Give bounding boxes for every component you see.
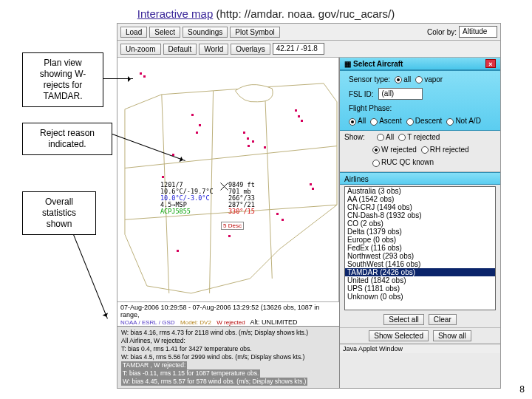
- fsl-id-field[interactable]: (all): [378, 88, 423, 100]
- select-all-button[interactable]: Select all: [383, 314, 424, 325]
- java-footer: Java Applet Window: [340, 344, 500, 353]
- window-icon: ▦: [344, 60, 351, 68]
- airlines-listbox[interactable]: Australia (3 obs)AA (1542 obs)CN-CRJ (14…: [344, 186, 496, 310]
- slide-title: Interactive map (http: //amdar. noaa. go…: [0, 0, 532, 23]
- map-outline: [117, 58, 338, 301]
- radio-fp-all[interactable]: [349, 118, 356, 126]
- map-canvas[interactable]: 1201/7 10.6°C/-19.7°C 10.0°C/-3.0°C 4.5→…: [117, 58, 339, 301]
- list-item[interactable]: United (1842 obs): [345, 276, 495, 284]
- title-link[interactable]: Interactive map: [137, 7, 214, 20]
- list-item[interactable]: AA (1542 obs): [345, 195, 495, 203]
- list-item[interactable]: Europe (0 obs): [345, 236, 495, 244]
- title-url: (http: //amdar. noaa. gov/ruc_acars/): [213, 7, 395, 20]
- panel-title-text: Select Aircraft: [353, 60, 403, 68]
- flight-phase-label: Flight Phase:: [349, 104, 491, 112]
- coords-field[interactable]: 42.21 / -91.8: [273, 43, 324, 55]
- panel-titlebar: ▦ Select Aircraft ×: [340, 58, 500, 70]
- radio-sensor-vapor[interactable]: [415, 76, 423, 83]
- show-all-button[interactable]: Show all: [433, 330, 471, 341]
- arrow-icon: [69, 222, 108, 318]
- annotation-reject-reason: Reject reasonindicated.: [22, 123, 112, 155]
- list-item[interactable]: Delta (1379 obs): [345, 228, 495, 236]
- reject-popup: 5 Desc: [221, 222, 244, 230]
- time-range: 07-Aug-2006 10:29:58 - 07-Aug-2006 13:29…: [120, 304, 336, 318]
- toolbar-second: Un-zoom Default World Overlays 42.21 / -…: [117, 41, 500, 58]
- list-item[interactable]: CO (2 obs): [345, 219, 495, 228]
- list-item[interactable]: Unknown (0 obs): [345, 293, 495, 301]
- provider-link[interactable]: NOAA / ESRL / GSD: [120, 319, 175, 326]
- unzoom-button[interactable]: Un-zoom: [120, 44, 161, 55]
- time-bar: 07-Aug-2006 10:29:58 - 07-Aug-2006 13:29…: [117, 301, 339, 326]
- airlines-label: Airlines: [344, 175, 369, 183]
- select-button[interactable]: Select: [149, 27, 180, 38]
- applet-window: Load Select Soundings Plot Symbol Color …: [117, 23, 501, 389]
- clear-button[interactable]: Clear: [429, 314, 457, 325]
- colorby-select[interactable]: Altitude: [459, 26, 497, 38]
- obs-readout: 1201/7 10.6°C/-19.7°C 10.0°C/-3.0°C 4.5→…: [160, 182, 214, 215]
- obs-readout-right: 9849 ft 701 mb 266°/33 287°/21 330°/15: [228, 182, 255, 215]
- list-item[interactable]: CN-CRJ (1494 obs): [345, 203, 495, 211]
- radio-fp-notad[interactable]: [446, 118, 454, 126]
- radio-sensor-all[interactable]: [395, 76, 402, 83]
- plot-symbol-button[interactable]: Plot Symbol: [230, 27, 279, 38]
- list-item[interactable]: CN-Dash-8 (1932 obs): [345, 211, 495, 219]
- list-item[interactable]: UPS (1181 obs): [345, 284, 495, 293]
- show-label: Show:: [344, 133, 372, 141]
- show-selected-button[interactable]: Show Selected: [369, 330, 429, 341]
- radio-show-wrej[interactable]: [372, 146, 380, 154]
- radio-show-trej[interactable]: [398, 134, 406, 141]
- list-item[interactable]: SouthWest (1416 obs): [345, 260, 495, 268]
- list-item[interactable]: Northwest (293 obs): [345, 252, 495, 260]
- radio-show-all[interactable]: [377, 134, 384, 141]
- toolbar-top: Load Select Soundings Plot Symbol Color …: [117, 24, 500, 41]
- annotation-plan-view: Plan viewshowing W-rejects forTAMDAR.: [22, 52, 103, 107]
- radio-show-rhrej[interactable]: [421, 146, 429, 154]
- select-aircraft-panel: ▦ Select Aircraft × Sensor type: all vap…: [339, 58, 500, 388]
- page-number: 8: [519, 384, 525, 395]
- model-label: Model: DV2: [180, 319, 211, 326]
- stats-panel: W: bias 4.16, rms 4.73 for 2118 wind obs…: [117, 326, 339, 388]
- fsl-id-label: FSL ID:: [349, 90, 374, 98]
- soundings-button[interactable]: Soundings: [183, 27, 228, 38]
- radio-fp-ascent[interactable]: [370, 118, 378, 126]
- close-icon[interactable]: ×: [485, 59, 496, 68]
- list-item[interactable]: Australia (3 obs): [345, 187, 495, 195]
- annotation-statistics: Overallstatisticsshown: [22, 191, 96, 235]
- radio-show-ruc[interactable]: [372, 160, 380, 167]
- colorby-label: Color by:: [427, 28, 457, 36]
- list-item[interactable]: FedEx (116 obs): [345, 244, 495, 252]
- sensor-type-label: Sensor type:: [349, 75, 390, 83]
- arrow-icon: [103, 78, 133, 79]
- overlays-button[interactable]: Overlays: [231, 44, 270, 55]
- world-button[interactable]: World: [199, 44, 228, 55]
- list-item[interactable]: TAMDAR (2426 obs): [345, 268, 495, 276]
- wrej-label: W rejected: [216, 319, 245, 326]
- radio-fp-descent[interactable]: [406, 118, 414, 126]
- load-button[interactable]: Load: [120, 27, 147, 38]
- alt-label: Alt: UNLIMITED: [250, 318, 298, 326]
- default-button[interactable]: Default: [163, 44, 197, 55]
